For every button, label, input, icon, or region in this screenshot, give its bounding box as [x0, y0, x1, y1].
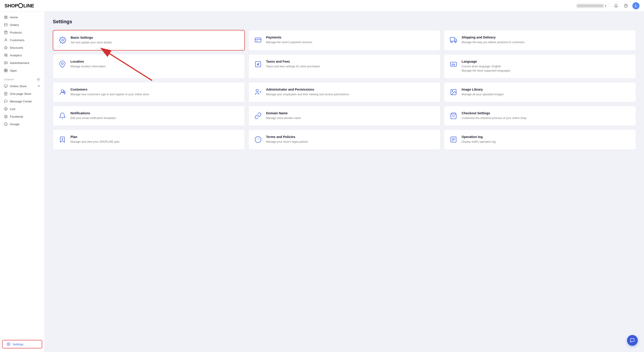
- sidebar-item-apps[interactable]: Apps: [0, 67, 44, 74]
- settings-card-basic-settings[interactable]: Basic Settings Set and update your store…: [53, 30, 245, 50]
- sidebar-label-home: Home: [10, 16, 18, 19]
- sidebar-item-message-center[interactable]: Message Center: [0, 98, 44, 105]
- sidebar-label-advertisement: Advertisement: [10, 61, 29, 65]
- operation-log-desc: Display staff's operation log: [462, 140, 631, 144]
- discounts-icon: [4, 46, 8, 50]
- settings-card-location[interactable]: Location Manage location information: [53, 54, 245, 78]
- payments-title: Payments: [266, 36, 435, 39]
- svg-rect-4: [4, 18, 6, 18]
- settings-card-taxes[interactable]: Taxes and Fees Taxes and fees settings f…: [248, 54, 440, 78]
- settings-icon: [7, 342, 10, 346]
- store-selector[interactable]: ▾: [577, 4, 606, 8]
- settings-card-checkout[interactable]: Checkout Settings Customize the checkout…: [444, 106, 636, 126]
- logo[interactable]: SHOPLINE: [4, 3, 34, 9]
- notifications-desc: Edit your email notification templates: [70, 116, 240, 120]
- apps-icon: [4, 69, 8, 72]
- checkout-title: Checkout Settings: [462, 111, 631, 115]
- sidebar: Home Orders Products Customers Discounts…: [0, 12, 45, 352]
- sidebar-item-one-page-store[interactable]: One-page Store: [0, 90, 44, 98]
- admin-desc: Manage your employees and their viewing …: [266, 92, 435, 96]
- settings-card-operation-log[interactable]: Operation log Display staff's operation …: [444, 130, 636, 150]
- settings-card-image-library[interactable]: Image Library Manage all your uploaded i…: [444, 82, 636, 102]
- message-icon: [4, 100, 8, 103]
- sidebar-label-analytics: Analytics: [10, 54, 22, 57]
- eye-icon[interactable]: 👁: [38, 84, 40, 88]
- plan-icon: [58, 135, 67, 144]
- settings-card-customers-card[interactable]: Customers Manage how customers sign in a…: [53, 82, 245, 102]
- sidebar-item-analytics[interactable]: Analytics: [0, 52, 44, 59]
- taxes-title: Taxes and Fees: [266, 60, 435, 63]
- settings-card-language[interactable]: EN Language Current store language: Engl…: [444, 54, 636, 78]
- sidebar-item-online-store[interactable]: Online Store 👁: [0, 82, 44, 90]
- domain-icon: [254, 111, 262, 120]
- online-store-icon: [4, 84, 8, 88]
- sidebar-item-facebook[interactable]: Facebook: [0, 113, 44, 120]
- main-content: Settings Basic Settings Set and update y…: [45, 12, 644, 352]
- sidebar-item-home[interactable]: Home: [0, 14, 44, 21]
- analytics-icon: [4, 54, 8, 57]
- basic-settings-title: Basic Settings: [71, 36, 240, 39]
- chevron-down-icon: ▾: [605, 4, 606, 8]
- store-name-blurred: [577, 4, 604, 8]
- sidebar-label-orders: Orders: [10, 23, 19, 26]
- add-channel-button[interactable]: +: [36, 78, 40, 82]
- svg-point-45: [64, 91, 65, 92]
- sidebar-item-customers[interactable]: Customers: [0, 36, 44, 44]
- language-desc: Current store language: English Manage t…: [462, 64, 631, 73]
- taxes-desc: Taxes and fees settings for store purcha…: [266, 64, 435, 69]
- location-title: Location: [70, 60, 240, 63]
- svg-rect-5: [6, 18, 7, 18]
- settings-card-domain[interactable]: Domain Name Manage store domain name: [248, 106, 440, 126]
- plan-title: Plan: [70, 135, 240, 139]
- bell-icon: [614, 4, 618, 8]
- svg-rect-11: [4, 54, 6, 56]
- settings-card-admin[interactable]: Administrator and Permissions Manage you…: [248, 82, 440, 102]
- image-library-desc: Manage all your uploaded images: [462, 92, 631, 96]
- svg-point-9: [5, 39, 6, 40]
- help-icon: [624, 4, 628, 8]
- svg-rect-16: [6, 69, 8, 70]
- settings-card-payments[interactable]: Payments Manage the store's payment serv…: [248, 30, 440, 50]
- facebook-icon: [4, 115, 8, 118]
- svg-point-27: [5, 108, 6, 109]
- settings-card-notifications[interactable]: Notifications Edit your email notificati…: [53, 106, 245, 126]
- svg-rect-35: [450, 37, 455, 41]
- sidebar-item-products[interactable]: Products: [0, 29, 44, 36]
- logo-shop: SHOP: [4, 3, 18, 9]
- taxes-icon: [254, 60, 262, 69]
- location-desc: Manage location information: [70, 64, 240, 69]
- sidebar-item-advertisement[interactable]: Advertisement: [0, 59, 44, 67]
- domain-title: Domain Name: [266, 111, 435, 115]
- sidebar-item-orders[interactable]: Orders: [0, 21, 44, 29]
- sidebar-item-google[interactable]: Google: [0, 120, 44, 128]
- avatar[interactable]: L: [632, 2, 640, 10]
- domain-desc: Manage store domain name: [266, 116, 435, 120]
- chat-icon: [630, 338, 635, 343]
- products-icon: [4, 31, 8, 34]
- settings-card-terms[interactable]: Terms and Policies Manage your store's l…: [248, 130, 440, 150]
- notifications-icon-btn[interactable]: [613, 2, 620, 9]
- customers-card-icon: [58, 88, 67, 96]
- live-icon: [4, 107, 8, 111]
- basic-settings-icon: [58, 36, 67, 45]
- image-library-icon: [449, 88, 458, 96]
- svg-point-38: [62, 62, 63, 64]
- shipping-icon: [449, 36, 458, 44]
- svg-point-37: [455, 41, 456, 43]
- svg-rect-17: [4, 71, 6, 72]
- help-icon-btn[interactable]: [622, 2, 629, 9]
- home-icon: [4, 16, 8, 19]
- sidebar-item-discounts[interactable]: Discounts: [0, 44, 44, 52]
- sidebar-item-live[interactable]: Live: [0, 105, 44, 113]
- shipping-desc: Manage the way you deliver products to c…: [462, 40, 631, 44]
- basic-settings-desc: Set and update your store details: [71, 40, 240, 45]
- notifications-title: Notifications: [70, 111, 240, 115]
- settings-card-plan[interactable]: Plan Manage and view your SHOPLINE plan: [53, 130, 245, 150]
- sidebar-label-message: Message Center: [10, 100, 32, 103]
- chat-button[interactable]: [627, 335, 638, 346]
- sidebar-item-settings[interactable]: Settings: [2, 340, 42, 348]
- checkout-desc: Customize the checkout process of your o…: [462, 116, 631, 120]
- header: SHOPLINE ▾ L: [0, 0, 644, 12]
- google-icon: [4, 122, 8, 126]
- settings-card-shipping[interactable]: Shipping and Delivery Manage the way you…: [444, 30, 636, 50]
